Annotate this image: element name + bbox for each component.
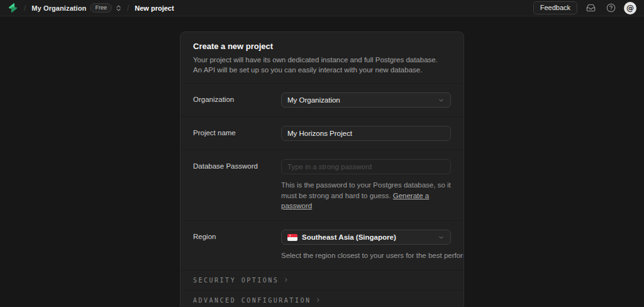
- organization-select[interactable]: My Organization: [281, 92, 451, 108]
- chevron-right-icon: [283, 277, 289, 283]
- plan-badge: Free: [90, 3, 112, 13]
- supabase-logo-icon[interactable]: [8, 3, 18, 13]
- organization-label: Organization: [193, 92, 281, 108]
- card-description-line2: An API will be set up so you can easily …: [193, 65, 451, 75]
- card-header: Create a new project Your project will h…: [180, 32, 464, 84]
- database-password-label: Database Password: [193, 159, 281, 211]
- breadcrumb-page-title: New project: [135, 4, 174, 12]
- project-name-row: Project name: [180, 117, 464, 150]
- region-row: Region Southeast Asia (Singapore) Select…: [180, 221, 464, 271]
- chevron-down-icon: [438, 234, 445, 241]
- organization-select-value: My Organization: [287, 96, 433, 104]
- security-options-label: SECURITY OPTIONS: [193, 277, 279, 284]
- region-helper-text: Select the region closest to your users …: [281, 250, 451, 261]
- database-password-input[interactable]: [281, 159, 451, 174]
- feedback-button[interactable]: Feedback: [533, 1, 577, 14]
- breadcrumb-separator: /: [127, 4, 129, 13]
- org-name: My Organization: [31, 4, 86, 12]
- chevron-right-icon: [315, 297, 321, 303]
- chevrons-up-down-icon: [116, 4, 121, 12]
- create-project-card: Create a new project Your project will h…: [180, 31, 464, 307]
- breadcrumb: / My Organization Free / New project: [8, 3, 174, 13]
- security-options-toggle[interactable]: SECURITY OPTIONS: [180, 271, 464, 291]
- region-select-value: Southeast Asia (Singapore): [302, 233, 433, 241]
- database-password-row: Database Password This is the password t…: [180, 150, 464, 221]
- top-navigation-bar: / My Organization Free / New project Fee…: [0, 0, 644, 16]
- help-icon[interactable]: [604, 1, 618, 15]
- breadcrumb-separator: /: [24, 4, 26, 13]
- inbox-icon[interactable]: [584, 1, 597, 15]
- password-helper-text: This is the password to your Postgres da…: [281, 180, 451, 211]
- chevron-down-icon: [438, 97, 445, 104]
- new-project-page: Create a new project Your project will h…: [0, 31, 644, 307]
- singapore-flag-icon: [287, 234, 297, 241]
- topbar-actions: Feedback @: [533, 1, 636, 15]
- region-label: Region: [193, 230, 281, 261]
- region-select[interactable]: Southeast Asia (Singapore): [281, 230, 451, 245]
- project-name-input[interactable]: [281, 126, 451, 141]
- advanced-configuration-toggle[interactable]: ADVANCED CONFIGURATION: [180, 291, 464, 307]
- advanced-configuration-label: ADVANCED CONFIGURATION: [193, 297, 311, 304]
- card-description-line1: Your project will have its own dedicated…: [193, 55, 451, 65]
- org-switcher[interactable]: My Organization Free: [31, 3, 121, 13]
- avatar[interactable]: @: [624, 2, 636, 14]
- project-name-label: Project name: [193, 126, 281, 141]
- card-title: Create a new project: [193, 42, 451, 51]
- organization-row: Organization My Organization: [180, 84, 464, 117]
